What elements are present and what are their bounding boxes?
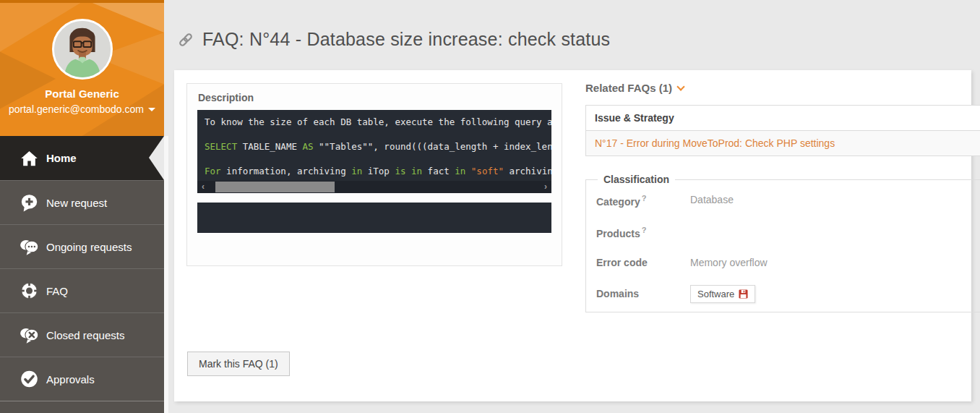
sidebar-scrollbar-track[interactable] — [164, 136, 168, 413]
field-label: Error code — [596, 257, 648, 268]
field-domains: Domains Software — [596, 288, 980, 303]
new-request-bubble-plus-icon — [20, 193, 39, 213]
field-value: Database — [690, 194, 734, 207]
help-marker[interactable]: ? — [642, 226, 647, 234]
faq-lifebuoy-icon — [20, 281, 39, 301]
scrollbar-thumb[interactable] — [215, 182, 335, 192]
closed-requests-bubbles-x-icon — [20, 325, 39, 345]
field-label: Domains — [596, 288, 639, 299]
sidebar-user-header: Portal Generic portal.generic@combodo.co… — [0, 0, 164, 136]
user-avatar — [52, 19, 113, 80]
faq-content-panel: Description To know the size of each DB … — [174, 70, 971, 401]
classification-legend: Classification — [598, 174, 675, 185]
scroll-left-arrow[interactable]: ‹ — [197, 181, 209, 193]
sidebar-item-label: Home — [46, 152, 77, 164]
sidebar-item-faq[interactable]: FAQ — [0, 268, 164, 312]
sidebar-item-label: FAQ — [46, 285, 68, 297]
table-header-label: Issue & Strategy — [595, 112, 674, 124]
domain-tag-label: Software — [697, 289, 734, 299]
related-faqs-toggle[interactable]: Related FAQs (1) — [585, 82, 684, 94]
floppy-disk-icon — [739, 289, 748, 299]
description-code-wrap: To know the size of each DB table, execu… — [197, 110, 551, 193]
sidebar-top-strip — [0, 0, 164, 3]
active-item-notch — [149, 136, 164, 180]
ongoing-requests-bubbles-icon — [20, 237, 39, 257]
field-error-code: Error code Memory overflow — [596, 257, 980, 270]
sidebar-item-approvals[interactable]: Approvals — [0, 357, 164, 401]
link-icon[interactable] — [178, 32, 194, 48]
table-header-issue-strategy[interactable]: Issue & Strategy — [586, 106, 980, 131]
caret-down-icon — [148, 108, 155, 111]
domain-tag-software[interactable]: Software — [690, 285, 755, 303]
home-icon — [20, 148, 39, 168]
mark-faq-button[interactable]: Mark this FAQ (1) — [187, 352, 290, 376]
sidebar-item-label: Approvals — [46, 373, 95, 386]
sidebar-menu: Home New request Ongoing requests — [0, 136, 164, 411]
sidebar: Portal Generic portal.generic@combodo.co… — [0, 0, 164, 413]
scroll-right-arrow[interactable]: › — [540, 181, 551, 193]
sidebar-item-closed-requests[interactable]: Closed requests — [0, 312, 164, 357]
help-marker[interactable]: ? — [642, 194, 647, 203]
field-category: Category? Database — [596, 194, 980, 208]
page-title-row: FAQ: N°44 - Database size increase: chec… — [178, 29, 610, 50]
user-name: Portal Generic — [45, 88, 119, 100]
related-faqs-label: Related FAQs (1) — [585, 82, 672, 94]
field-value: Memory overflow — [690, 257, 768, 270]
field-label: Category — [596, 196, 640, 208]
field-label: Products — [596, 227, 640, 239]
sidebar-item-label: Closed requests — [46, 329, 124, 341]
scrollbar-track[interactable] — [209, 181, 540, 193]
classification-fieldset: Classification Category? Database Produc… — [585, 174, 980, 312]
field-products: Products? — [596, 226, 980, 239]
avatar-illustration — [54, 21, 111, 77]
sidebar-item-label: Ongoing requests — [46, 241, 132, 253]
description-panel: Description To know the size of each DB … — [186, 83, 562, 266]
approvals-check-circle-icon — [20, 370, 39, 389]
page-title: FAQ: N°44 - Database size increase: chec… — [202, 29, 610, 50]
description-label: Description — [187, 84, 562, 110]
related-faqs-table: Issue & Strategy N°17 - Error during Mov… — [585, 105, 980, 156]
sidebar-item-ongoing-requests[interactable]: Ongoing requests — [0, 224, 164, 268]
sidebar-item-home[interactable]: Home — [0, 136, 164, 180]
sidebar-item-cutoff — [0, 401, 164, 411]
chevron-down-icon — [676, 82, 684, 90]
user-email: portal.generic@combodo.com — [9, 103, 144, 115]
sidebar-item-new-request[interactable]: New request — [0, 180, 164, 224]
code-block[interactable]: To know the size of each DB table, execu… — [197, 110, 551, 181]
sidebar-item-label: New request — [46, 197, 107, 209]
related-faq-link[interactable]: N°17 - Error during MoveToProd: Check PH… — [586, 131, 980, 156]
code-horizontal-scrollbar[interactable]: ‹ › — [197, 181, 551, 193]
user-menu-toggle[interactable]: portal.generic@combodo.com — [9, 103, 155, 115]
code-block-empty — [197, 203, 551, 233]
